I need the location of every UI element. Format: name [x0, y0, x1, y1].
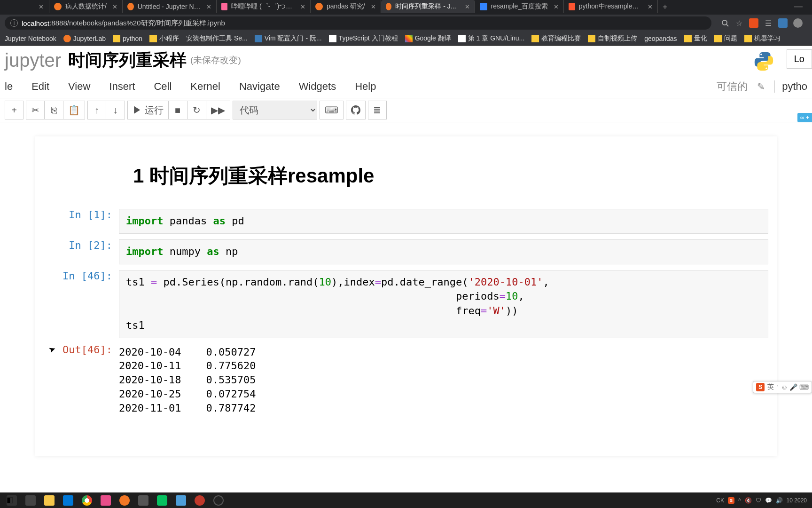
browser-tab[interactable]: python中resample函数实✕ [564, 0, 658, 13]
add-cell-button[interactable]: + [5, 101, 23, 119]
wechat-icon[interactable] [153, 494, 171, 507]
task-app[interactable] [134, 494, 152, 507]
bookmark-item[interactable]: python [113, 35, 142, 42]
url-input[interactable]: i localhost :8888/notebooks/pandas%20研究/… [5, 16, 711, 30]
code-input[interactable]: ts1 = pd.Series(np.random.rand(10),index… [119, 270, 768, 338]
menu-view[interactable]: View [68, 80, 90, 93]
close-tab-icon[interactable]: ✕ [39, 3, 44, 10]
obs-icon[interactable] [210, 494, 227, 507]
close-tab-icon[interactable]: ✕ [371, 3, 376, 10]
copy-button[interactable]: ⎘ [45, 101, 63, 119]
toc-button[interactable]: ≣ [368, 101, 387, 119]
logout-button[interactable]: Lo [787, 49, 812, 69]
baidu-favicon [480, 3, 487, 10]
github-button[interactable] [346, 101, 366, 119]
menu-le[interactable]: le [5, 80, 13, 93]
code-cell[interactable]: In [46]: ts1 = pd.Series(np.random.rand(… [35, 267, 777, 341]
trusted-indicator[interactable]: 可信的 [717, 79, 748, 94]
markdown-cell[interactable]: 1 时间序列重采样resample [35, 146, 777, 206]
move-up-button[interactable]: ↑ [87, 101, 106, 119]
in-prompt: In [1]: [44, 209, 119, 234]
cut-button[interactable]: ✂ [26, 101, 45, 119]
bookmark-item[interactable]: 量化 [684, 34, 707, 43]
code-cell[interactable]: In [1]: import pandas as pd [35, 206, 777, 237]
close-tab-icon[interactable]: ✕ [465, 3, 470, 10]
star-icon[interactable]: ☆ [735, 19, 743, 27]
ime-toolbar[interactable]: S 英 ' ☺ 🎤 ⌨ [753, 381, 812, 393]
browser-tab[interactable]: resample_百度搜索✕ [475, 0, 564, 13]
menu-help[interactable]: Help [355, 80, 376, 93]
menu-edit[interactable]: Edit [31, 80, 49, 93]
extension-icon-2[interactable] [778, 18, 788, 28]
browser-tab[interactable]: ✕ [28, 0, 49, 13]
ime-icons[interactable]: ☺ 🎤 ⌨ [781, 383, 809, 391]
start-button[interactable]: ◧ [3, 494, 21, 507]
system-tray[interactable]: CK S ^🔇🛡💬🔊 10 2020 [716, 497, 809, 504]
close-tab-icon[interactable]: ✕ [206, 3, 211, 10]
bookmark-item[interactable]: Google 翻译 [405, 34, 451, 43]
code-input[interactable]: import numpy as np [119, 239, 768, 264]
extension-icon-1[interactable] [749, 18, 758, 28]
out-prompt: Out[46]: [44, 344, 119, 415]
menu-cell[interactable]: Cell [154, 80, 172, 93]
browser-tab[interactable]: Untitled - Jupyter Notebo✕ [123, 0, 217, 13]
bookmark-label: 第 1 章 GNU/Linu... [468, 34, 525, 43]
extension-icon-3[interactable] [793, 18, 803, 28]
menu-widgets[interactable]: Widgets [299, 80, 336, 93]
bookmark-item[interactable]: 小程序 [149, 34, 179, 43]
task-app[interactable] [97, 494, 115, 507]
code-cell[interactable]: In [2]: import numpy as np [35, 237, 777, 267]
window-minimize[interactable]: — [789, 1, 807, 11]
browser-tab[interactable]: 病人数据统计/✕ [49, 0, 123, 13]
menu-kernel[interactable]: Kernel [190, 80, 220, 93]
task-app[interactable] [22, 494, 39, 507]
jup-favicon [315, 3, 323, 10]
code-input[interactable]: import pandas as pd [119, 209, 768, 234]
browser-tab[interactable]: 哔哩哔哩 (゜-゜)つロ 干杯✕ [217, 0, 311, 13]
bookmark-item[interactable]: 问题 [714, 34, 737, 43]
browser-tab[interactable]: pandas 研究/✕ [311, 0, 381, 13]
python-logo[interactable] [753, 51, 774, 72]
close-tab-icon[interactable]: ✕ [300, 3, 305, 10]
close-tab-icon[interactable]: ✕ [112, 3, 117, 10]
vscode-icon[interactable] [59, 494, 77, 507]
menu-navigate[interactable]: Navigate [239, 80, 280, 93]
new-tab-button[interactable]: + [658, 2, 672, 12]
file-explorer-icon[interactable] [40, 494, 58, 507]
kernel-indicator[interactable]: pytho [774, 80, 807, 93]
move-down-button[interactable]: ↓ [106, 101, 125, 119]
notebook-title[interactable]: 时间序列重采样 [68, 49, 187, 72]
bookmark-item[interactable]: 第 1 章 GNU/Linu... [458, 34, 525, 43]
restart-button[interactable]: ↻ [187, 101, 206, 119]
jupyter-logo[interactable]: jupyter [5, 50, 61, 71]
bookmark-item[interactable]: Vim 配置入门 - 阮... [255, 34, 322, 43]
close-tab-icon[interactable]: ✕ [648, 3, 653, 10]
fastforward-button[interactable]: ▶▶ [206, 101, 230, 119]
jupyter-icon[interactable] [116, 494, 133, 507]
edit-icon[interactable]: ✎ [757, 81, 765, 92]
bookmark-item[interactable]: 安装包制作工具 Se... [186, 34, 248, 43]
chrome-icon[interactable] [78, 494, 96, 507]
paste-button[interactable]: 📋 [63, 101, 85, 119]
bookmark-item[interactable]: 机器学习 [744, 34, 781, 43]
ime-lang[interactable]: 英 [767, 383, 774, 391]
bookmark-item[interactable]: 教育编程比赛 [531, 34, 581, 43]
side-badge[interactable]: ∞ + [797, 113, 812, 122]
search-icon[interactable] [721, 19, 729, 27]
task-app[interactable] [172, 494, 190, 507]
task-app[interactable] [191, 494, 209, 507]
bookmark-item[interactable]: geopandas [644, 35, 677, 42]
bookmark-item[interactable]: 自制视频上传 [588, 34, 637, 43]
stop-button[interactable]: ■ [169, 101, 187, 119]
keyboard-button[interactable]: ⌨ [320, 101, 344, 119]
bookmark-item[interactable]: Jupyter Notebook [5, 35, 56, 42]
info-icon[interactable]: i [10, 19, 18, 27]
bookmark-item[interactable]: JupyterLab [63, 35, 106, 42]
menu-insert[interactable]: Insert [109, 80, 135, 93]
cell-type-select[interactable]: 代码 [233, 101, 317, 119]
browser-tab[interactable]: 时间序列重采样 - Jupyter N✕ [381, 0, 475, 13]
run-button[interactable]: ▶ 运行 [127, 101, 169, 119]
reader-icon[interactable]: ☰ [764, 19, 773, 27]
close-tab-icon[interactable]: ✕ [554, 3, 559, 10]
bookmark-item[interactable]: TypeScript 入门教程 [329, 34, 398, 43]
